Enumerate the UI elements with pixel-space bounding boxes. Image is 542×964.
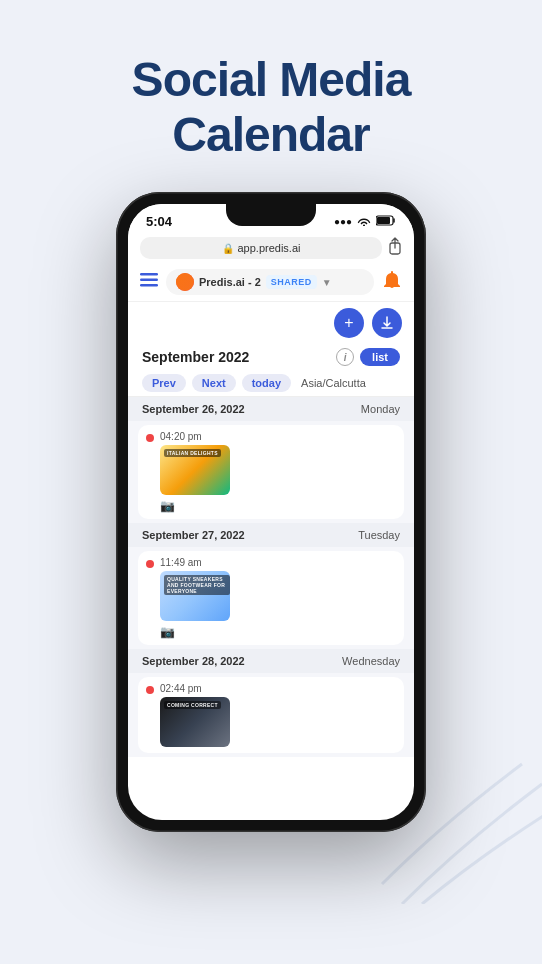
day-name-1: Monday [361, 403, 400, 415]
event-image-2: QUALITY SNEAKERS AND FOOTWEAR FOR EVERYO… [160, 571, 230, 621]
event-time-1: 04:20 pm [160, 431, 396, 442]
svg-rect-3 [140, 273, 158, 276]
share-icon[interactable] [388, 237, 402, 259]
browser-bar[interactable]: 🔒 app.predis.ai [128, 233, 414, 263]
url-text: app.predis.ai [238, 242, 301, 254]
brand-name: Predis.ai - 2 [199, 276, 261, 288]
timezone-label: Asia/Calcutta [301, 377, 366, 389]
event-card-2[interactable]: 11:49 am QUALITY SNEAKERS AND FOOTWEAR F… [138, 551, 404, 645]
event-dot-2 [146, 560, 154, 568]
action-bar: + [128, 302, 414, 344]
info-icon[interactable]: i [336, 348, 354, 366]
battery-icon [376, 215, 396, 228]
day-date-2: September 27, 2022 [142, 529, 245, 541]
day-date-3: September 28, 2022 [142, 655, 245, 667]
lock-icon: 🔒 [222, 243, 234, 254]
shared-badge: SHARED [266, 275, 317, 289]
event-time-2: 11:49 am [160, 557, 396, 568]
event-dot-3 [146, 686, 154, 694]
event-card-1[interactable]: 04:20 pm ITALIAN DELIGHTS 📷 [138, 425, 404, 519]
calendar-content: September 26, 2022 Monday 04:20 pm ITALI… [128, 397, 414, 757]
app-header: Predis.ai - 2 SHARED ▼ [128, 263, 414, 302]
day-header-3: September 28, 2022 Wednesday [128, 649, 414, 673]
event-image-3: COMING CORRECT [160, 697, 230, 747]
next-button[interactable]: Next [192, 374, 236, 392]
instagram-icon-2: 📷 [160, 625, 396, 639]
phone-frame: 5:04 ●●● 🔒 app.predis.ai [116, 192, 426, 832]
download-button[interactable] [372, 308, 402, 338]
hamburger-icon[interactable] [140, 273, 158, 291]
notification-icon[interactable] [382, 270, 402, 295]
status-time: 5:04 [146, 214, 172, 229]
list-view-button[interactable]: list [360, 348, 400, 366]
wifi-icon [357, 216, 371, 228]
page-title: Social Media Calendar [0, 0, 542, 182]
today-button[interactable]: today [242, 374, 291, 392]
prev-button[interactable]: Prev [142, 374, 186, 392]
svg-rect-1 [377, 217, 390, 224]
chevron-down-icon[interactable]: ▼ [322, 277, 332, 288]
event-card-3[interactable]: 02:44 pm COMING CORRECT [138, 677, 404, 753]
day-name-2: Tuesday [358, 529, 400, 541]
day-name-3: Wednesday [342, 655, 400, 667]
brand-logo [176, 273, 194, 291]
svg-rect-4 [140, 279, 158, 282]
event-time-3: 02:44 pm [160, 683, 396, 694]
calendar-month: September 2022 [142, 349, 330, 365]
day-header-2: September 27, 2022 Tuesday [128, 523, 414, 547]
signal-icon: ●●● [334, 216, 352, 227]
day-date-1: September 26, 2022 [142, 403, 245, 415]
event-dot-1 [146, 434, 154, 442]
svg-point-6 [176, 273, 194, 291]
calendar-nav: Prev Next today Asia/Calcutta [128, 370, 414, 397]
add-button[interactable]: + [334, 308, 364, 338]
instagram-icon-1: 📷 [160, 499, 396, 513]
event-image-1: ITALIAN DELIGHTS [160, 445, 230, 495]
svg-rect-5 [140, 284, 158, 287]
day-header-1: September 26, 2022 Monday [128, 397, 414, 421]
calendar-header: September 2022 i list [128, 344, 414, 370]
